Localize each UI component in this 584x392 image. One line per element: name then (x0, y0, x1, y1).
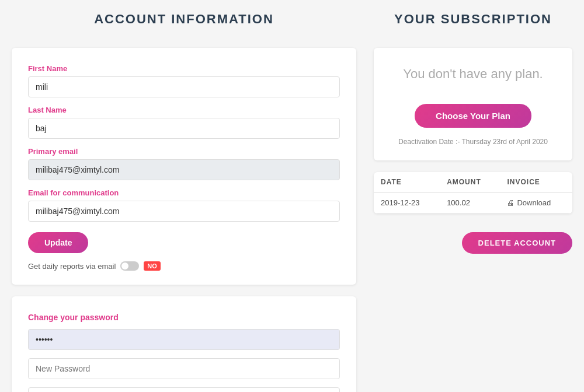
primary-email-label: Primary email (28, 147, 340, 156)
first-name-label: First Name (28, 64, 340, 73)
table-row: 2019-12-23 100.02 🖨 Download (374, 192, 572, 214)
primary-email-input (28, 159, 340, 180)
billing-table: DATE AMOUNT INVOICE 2019-12-23 100.02 🖨 … (374, 172, 572, 214)
choose-plan-button[interactable]: Choose Your Plan (415, 104, 531, 128)
update-button[interactable]: Update (28, 232, 88, 253)
billing-date: 2019-12-23 (374, 192, 440, 214)
delete-account-button[interactable]: DELETE ACCOUNT (462, 232, 572, 254)
col-amount-header: AMOUNT (440, 172, 500, 192)
billing-invoice: 🖨 Download (500, 192, 572, 214)
download-link[interactable]: 🖨 Download (507, 198, 565, 207)
last-name-input[interactable] (28, 118, 340, 139)
account-section-title: ACCOUNT INFORMATION (12, 12, 356, 27)
change-password-label: Change your password (28, 313, 340, 322)
deactivation-text: Deactivation Date :- Thursday 23rd of Ap… (398, 138, 548, 146)
change-password-card: Change your password Change (12, 296, 356, 392)
daily-reports-label: Get daily reports via email (28, 262, 116, 271)
account-info-card: First Name Last Name Primary email Email… (12, 48, 356, 285)
delete-account-row: DELETE ACCOUNT (374, 232, 572, 254)
daily-reports-toggle[interactable] (120, 261, 139, 271)
subscription-section-title: YOUR SUBSCRIPTION (374, 12, 572, 27)
toggle-status-badge: NO (144, 261, 161, 271)
billing-table-card: DATE AMOUNT INVOICE 2019-12-23 100.02 🖨 … (374, 172, 572, 214)
daily-reports-row: Get daily reports via email NO (28, 261, 340, 271)
col-invoice-header: INVOICE (500, 172, 572, 192)
last-name-label: Last Name (28, 106, 340, 114)
col-date-header: DATE (374, 172, 440, 192)
confirm-password-input[interactable] (28, 387, 340, 392)
new-password-input[interactable] (28, 358, 340, 379)
first-name-input[interactable] (28, 76, 340, 97)
subscription-card: You don't have any plan. Choose Your Pla… (374, 48, 572, 160)
current-password-input[interactable] (28, 329, 340, 350)
download-label: Download (517, 198, 551, 207)
billing-amount: 100.02 (440, 192, 500, 214)
no-plan-text: You don't have any plan. (385, 66, 561, 82)
printer-icon: 🖨 (507, 198, 515, 207)
comm-email-label: Email for communication (28, 188, 340, 197)
comm-email-input[interactable] (28, 201, 340, 222)
